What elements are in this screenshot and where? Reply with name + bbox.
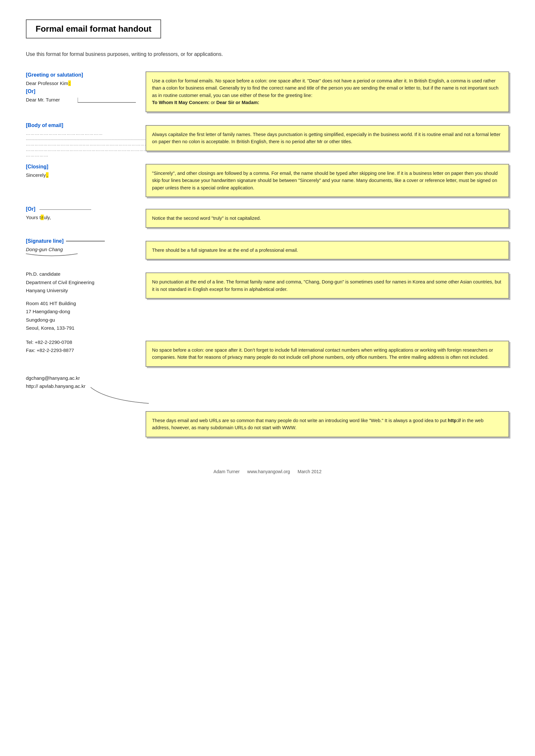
position-text: Ph.D. candidate: [26, 270, 142, 278]
url-note-text: These days email and web URLs are so com…: [152, 418, 484, 430]
signature-label: [Signature line]: [26, 238, 63, 244]
greeting-colon-highlight: :: [68, 80, 71, 86]
or-note-text: Notice that the second word "truly" is n…: [152, 216, 261, 221]
body-note-text: Always capitalize the first letter of fa…: [152, 132, 500, 144]
signature-note-box: There should be a full signature line at…: [146, 241, 509, 259]
footer-author: Adam Turner: [213, 469, 240, 474]
dots-line-1: ……………………………………………: [26, 131, 142, 136]
subtitle: Use this format for formal business purp…: [26, 51, 509, 57]
dots-line-5: ……………: [26, 152, 142, 157]
greeting-note-box: Use a colon for formal emails. No space …: [146, 71, 509, 112]
address-note-text: No punctuation at the end of a line. The…: [152, 279, 501, 291]
url-note-box: These days email and web URLs are so com…: [146, 411, 509, 437]
fax-text: Fax: +82-2-2293-8877: [26, 346, 142, 355]
signature-underline-svg: [26, 252, 78, 258]
address4-text: Seoul, Korea, 133-791: [26, 324, 142, 332]
closing-note-text: "Sincerely", and other closings are foll…: [152, 171, 498, 190]
title-box: Formal email format handout: [26, 19, 161, 39]
greeting-label: [Greeting or salutation]: [26, 72, 83, 78]
website-text: http:// apvlab.hanyang.ac.kr: [26, 382, 142, 391]
greeting-note-text: Use a colon for formal emails. No space …: [152, 78, 498, 105]
address2-text: 17 Haengdang-dong: [26, 308, 142, 316]
dots-line-3: …………………………………..……..…………………………………………………………: [26, 142, 142, 147]
address3-text: Sungdong-gu: [26, 316, 142, 324]
footer-website: www.hanyangowl.org: [247, 469, 290, 474]
tel-text: Tel: +82-2-2290-0708: [26, 338, 142, 346]
greeting-example1: Dear Professor Kim: [26, 80, 68, 86]
signature-line-deco: [66, 241, 105, 241]
address-note-box: No punctuation at the end of a line. The…: [146, 273, 509, 299]
or-note-box: Notice that the second word "truly" is n…: [146, 209, 509, 228]
url-note-bold: http://: [448, 418, 461, 423]
address1-text: Room 401 HIT Building: [26, 299, 142, 308]
email-text: dgchang@hanyang.ac.kr: [26, 374, 142, 382]
or2-label: [Or]: [26, 206, 35, 212]
sincerely-text: Sincerely: [26, 172, 46, 178]
contact-note-text: No space before a colon: one space after…: [152, 347, 493, 360]
dept-text: Department of Civil Engineering: [26, 278, 142, 287]
body-label: [Body of email]: [26, 122, 63, 128]
dots-line-2: ........................................…: [26, 136, 142, 141]
footer-date: March 2012: [297, 469, 322, 474]
yours-truly-text: Yours truly,: [26, 215, 51, 220]
sincerely-comma-highlight: ,: [46, 172, 48, 178]
university-text: Hanyang University: [26, 286, 142, 295]
page-title: Formal email format handout: [36, 24, 152, 34]
body-note-box: Always capitalize the first letter of fa…: [146, 125, 509, 151]
yours-truly-r-highlight: r: [41, 215, 44, 220]
footer: Adam Turner www.hanyangowl.org March 201…: [26, 469, 509, 474]
or1-label: [Or]: [26, 89, 35, 94]
greeting-note-bold: To Whom It May Concern:: [152, 100, 210, 105]
contact-note-box: No space before a colon: one space after…: [146, 341, 509, 367]
greeting-example2: Dear Mr. Turner: [26, 97, 60, 102]
closing-note-box: "Sincerely", and other closings are foll…: [146, 164, 509, 197]
signature-note-text: There should be a full signature line at…: [152, 248, 298, 253]
dots-line-4: ……………………………………………………………………………………………………………: [26, 147, 142, 152]
signature-name: Dong-gun Chang: [26, 247, 63, 252]
or2-line: [40, 209, 91, 210]
greeting-dear-sir: Dear Sir or Madam:: [216, 100, 259, 105]
closing-label: [Closing]: [26, 164, 48, 169]
